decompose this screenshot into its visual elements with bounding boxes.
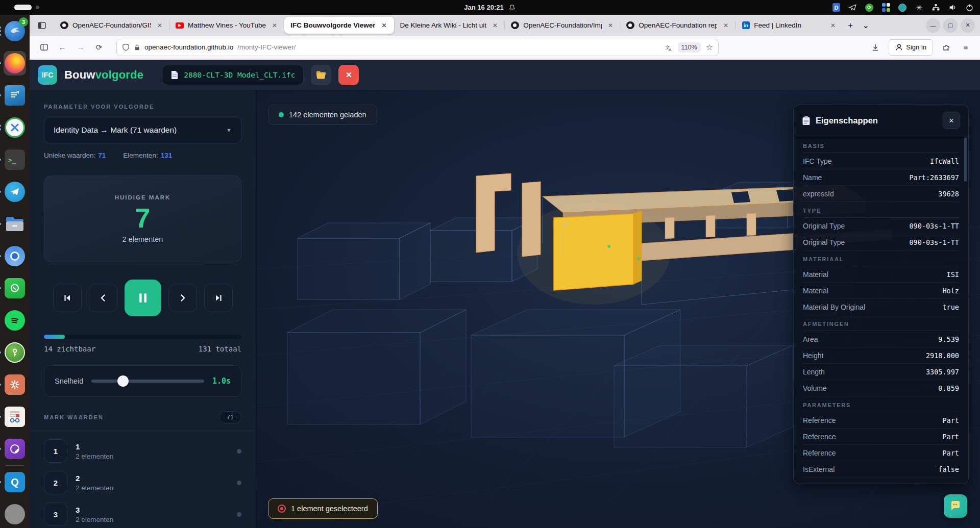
- property-row: Length3305.997: [803, 364, 959, 380]
- tab-close-icon[interactable]: ✕: [721, 21, 730, 30]
- bookmark-star-icon[interactable]: ☆: [706, 42, 713, 52]
- dock-item-chat-app[interactable]: Q: [4, 471, 26, 493]
- dock-item-telegram[interactable]: [4, 181, 26, 203]
- tab-close-icon[interactable]: ✕: [606, 21, 615, 30]
- tab-openaec-rep[interactable]: OpenAEC-Foundation rep ✕: [620, 17, 736, 34]
- translate-icon[interactable]: 文A: [665, 43, 673, 52]
- parameter-stats: Unieke waarden:71 Elementen:131: [44, 152, 241, 159]
- lock-icon[interactable]: [134, 44, 140, 51]
- spotify-icon: [5, 310, 25, 331]
- back-button[interactable]: ←: [54, 39, 70, 56]
- snowflake-tray-icon[interactable]: ✳: [915, 3, 923, 12]
- dock-item-partial[interactable]: [4, 503, 26, 525]
- tab-kleine-ark-wiki[interactable]: De Kleine Ark Wiki - Licht uit ✕: [394, 17, 505, 34]
- chat-bubble-icon: [949, 500, 962, 512]
- dock-item-keepassxc[interactable]: [4, 341, 26, 364]
- property-row: Area9.539: [803, 331, 959, 347]
- unique-values-stat: Unieke waarden:71: [44, 152, 106, 159]
- tab-linkedin[interactable]: in Feed | LinkedIn ✕: [736, 17, 843, 34]
- firefox-view-button[interactable]: [34, 18, 50, 33]
- dock-item-files[interactable]: [4, 213, 26, 235]
- dock-item-document-reader[interactable]: [4, 406, 26, 428]
- downloads-icon[interactable]: [867, 39, 884, 56]
- tab-close-icon[interactable]: ✕: [491, 21, 500, 30]
- property-row: Volume0.859: [803, 380, 959, 396]
- dock-item-firefox[interactable]: [4, 52, 26, 74]
- mark-list-item-2[interactable]: 2 2 2 elementen: [44, 471, 241, 494]
- tab-close-icon[interactable]: ✕: [155, 21, 164, 30]
- workspace-indicator[interactable]: [14, 5, 39, 10]
- reload-button[interactable]: ⟳: [91, 39, 107, 56]
- close-model-button[interactable]: ✕: [338, 65, 359, 85]
- maximize-button[interactable]: ▢: [943, 18, 958, 33]
- network-icon[interactable]: [932, 3, 940, 12]
- mark-list-item-1[interactable]: 1 1 2 elementen: [44, 439, 241, 463]
- dock-item-chromium[interactable]: [4, 245, 26, 267]
- address-bar[interactable]: openaec-foundation.github.io/monty-IFC-v…: [116, 39, 719, 56]
- slider-thumb[interactable]: [117, 375, 129, 387]
- zoom-level[interactable]: 110%: [678, 42, 701, 53]
- workspace-dot[interactable]: [36, 6, 39, 9]
- new-tab-button[interactable]: +: [843, 18, 858, 33]
- properties-title: Eigenschappen: [816, 116, 878, 125]
- property-row: Original Type090-03s-1-TT: [803, 218, 959, 234]
- sidebar-toggle-icon[interactable]: [36, 39, 52, 56]
- speed-slider[interactable]: [91, 380, 204, 383]
- app-logo: IFC: [38, 65, 57, 85]
- forward-button[interactable]: →: [72, 39, 89, 56]
- clock[interactable]: Jan 16 20:21: [464, 4, 516, 11]
- tab-openaec-imp[interactable]: OpenAEC-Foundation/Imp ✕: [505, 17, 620, 34]
- menu-icon[interactable]: ≡: [958, 39, 974, 56]
- d-app-icon[interactable]: D: [832, 3, 840, 12]
- list-all-tabs-button[interactable]: ⌄: [858, 18, 873, 33]
- chat-fab-button[interactable]: [944, 494, 967, 518]
- tab-close-icon[interactable]: ✕: [828, 21, 838, 30]
- chevron-down-icon: ▼: [226, 127, 232, 133]
- minimize-button[interactable]: —: [926, 18, 940, 33]
- remote-desktop-icon: [5, 117, 25, 138]
- sequence-progress-bar[interactable]: [44, 335, 241, 339]
- shield-icon[interactable]: [122, 43, 130, 51]
- tab-openaec-gis[interactable]: OpenAEC-Foundation/GIS ✕: [54, 17, 169, 34]
- mark-list-item-3[interactable]: 3 3 2 elementen: [44, 502, 241, 526]
- tab-close-icon[interactable]: ✕: [379, 21, 388, 30]
- tab-ifc-viewer-active[interactable]: IFC Bouwvolgorde Viewer ✕: [284, 17, 394, 34]
- telegram-tray-icon[interactable]: [848, 3, 857, 12]
- dock-item-writer[interactable]: [4, 84, 26, 107]
- dock-item-spotify[interactable]: [4, 309, 26, 332]
- mark-values-header: MARK WAARDEN 71: [44, 411, 241, 423]
- system-tray: D ⟳ ✳: [832, 0, 974, 15]
- tab-close-icon[interactable]: ✕: [270, 21, 279, 30]
- power-icon[interactable]: [965, 3, 974, 12]
- workspace-active-pill[interactable]: [14, 5, 32, 10]
- sign-in-button[interactable]: Sign in: [889, 39, 933, 56]
- previous-button[interactable]: [89, 284, 117, 312]
- current-mark-elements: 2 elementen: [122, 235, 163, 243]
- pause-button[interactable]: [125, 280, 161, 316]
- unread-badge: 3: [19, 17, 28, 27]
- skip-end-button[interactable]: [204, 284, 233, 312]
- tab-youtube[interactable]: ▶ Matthew Vines - YouTube ✕: [169, 17, 284, 34]
- dock-item-terminal[interactable]: >_: [4, 148, 26, 171]
- libreoffice-writer-icon: [5, 85, 25, 106]
- scrollbar-thumb[interactable]: [964, 138, 967, 182]
- window-close-button[interactable]: ✕: [961, 18, 975, 33]
- volume-icon[interactable]: [948, 3, 957, 12]
- dock-item-thunderbird[interactable]: 3: [4, 20, 26, 42]
- properties-close-button[interactable]: ✕: [943, 112, 960, 129]
- vpn-tray-icon[interactable]: [898, 4, 906, 12]
- parameter-select[interactable]: Identity Data → Mark (71 waarden) ▼: [44, 117, 241, 143]
- next-button[interactable]: [168, 284, 197, 312]
- updates-tray-icon[interactable]: ⟳: [865, 4, 873, 12]
- apps-grid-tray-icon[interactable]: [881, 3, 890, 12]
- speed-control: Snelheid 1.0s: [44, 365, 241, 397]
- dock-item-remote-app[interactable]: [4, 116, 26, 139]
- dock-item-whatsapp[interactable]: [4, 277, 26, 299]
- skip-start-button[interactable]: [53, 284, 82, 312]
- open-file-button[interactable]: [311, 65, 331, 85]
- dock-item-github-desktop[interactable]: [4, 438, 26, 460]
- dock-item-claude[interactable]: [4, 373, 26, 396]
- viewer-3d[interactable]: 142 elementen geladen 1 element geselect…: [257, 90, 980, 528]
- clock-text: Jan 16 20:21: [464, 4, 503, 11]
- extensions-icon[interactable]: [938, 39, 954, 56]
